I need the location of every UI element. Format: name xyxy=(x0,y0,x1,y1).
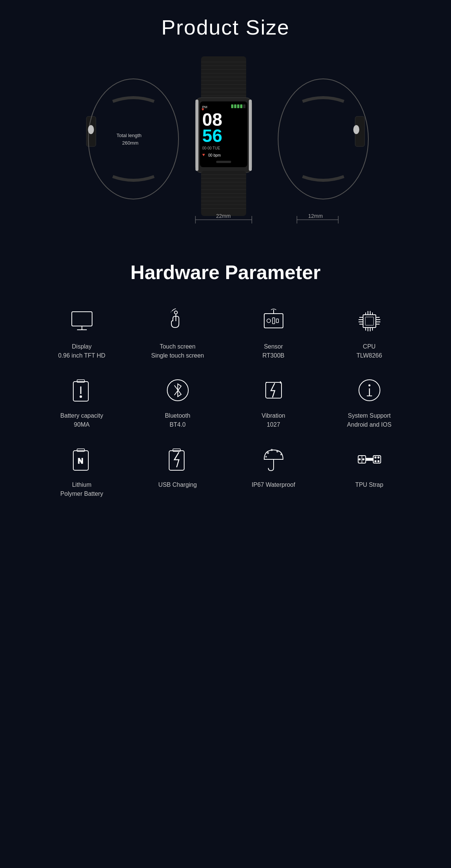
cpu-icon xyxy=(354,306,384,336)
touch-label: Touch screen Single touch screen xyxy=(151,342,204,360)
svg-text:00  bpm: 00 bpm xyxy=(208,153,221,157)
watch-illustration: Total length 260mm xyxy=(75,54,376,223)
svg-rect-21 xyxy=(231,104,233,108)
product-size-title: Product Size xyxy=(8,15,443,39)
hardware-item-touch: Touch screen Single touch screen xyxy=(133,306,222,360)
svg-point-113 xyxy=(378,457,379,458)
hardware-item-battery-capacity: Battery capacity 90MA xyxy=(38,375,126,429)
product-size-section: Product Size Total length 260mm xyxy=(0,0,451,246)
watch-svg: Total length 260mm xyxy=(75,54,376,223)
hardware-title: Hardware Parameter xyxy=(23,261,428,284)
svg-rect-18 xyxy=(249,100,252,171)
bluetooth-icon xyxy=(163,375,193,405)
display-label: Display 0.96 inch TFT HD xyxy=(58,342,106,360)
bluetooth-label: Bluetooth BT4.0 xyxy=(165,411,191,429)
hardware-item-display: Display 0.96 inch TFT HD xyxy=(38,306,126,360)
hardware-item-strap: TPU Strap xyxy=(325,444,413,498)
sensor-icon xyxy=(259,306,289,336)
svg-rect-99 xyxy=(169,451,184,470)
svg-point-62 xyxy=(267,319,271,323)
svg-rect-55 xyxy=(72,312,92,326)
vibration-label: Vibration 1027 xyxy=(262,411,285,429)
waterproof-label: IP67 Waterproof xyxy=(252,480,295,489)
svg-rect-110 xyxy=(366,458,373,460)
svg-rect-64 xyxy=(276,319,278,323)
svg-text:260mm: 260mm xyxy=(122,140,138,146)
svg-point-114 xyxy=(375,460,376,462)
usb-icon xyxy=(163,444,193,474)
svg-point-109 xyxy=(363,459,364,460)
svg-point-103 xyxy=(277,451,278,452)
hardware-section: Hardware Parameter Display 0.96 inch TFT… xyxy=(0,246,451,521)
svg-point-115 xyxy=(378,460,379,462)
strap-icon xyxy=(354,444,384,474)
svg-rect-17 xyxy=(195,100,198,171)
svg-point-50 xyxy=(353,125,359,134)
battery-capacity-label: Battery capacity 90MA xyxy=(61,411,103,429)
svg-rect-32 xyxy=(216,161,231,163)
svg-rect-25 xyxy=(243,104,245,108)
svg-point-101 xyxy=(267,452,269,454)
strap-label: TPU Strap xyxy=(355,480,383,489)
hardware-item-waterproof: IP67 Waterproof xyxy=(229,444,318,498)
lithium-icon: N xyxy=(67,444,97,474)
hardware-item-usb: USB Charging xyxy=(133,444,222,498)
system-icon xyxy=(354,375,384,405)
page-container: Product Size Total length 260mm xyxy=(0,0,451,521)
svg-point-102 xyxy=(271,449,272,451)
svg-text:00·00  TUE: 00·00 TUE xyxy=(202,146,220,150)
svg-rect-66 xyxy=(365,317,374,325)
svg-point-104 xyxy=(280,454,281,455)
svg-point-2 xyxy=(88,125,94,134)
svg-rect-24 xyxy=(240,104,242,108)
hardware-item-sensor: Sensor RT300B xyxy=(229,306,318,360)
svg-rect-5 xyxy=(201,56,246,101)
hardware-item-cpu: CPU TLW8266 xyxy=(325,306,413,360)
svg-text:♥: ♥ xyxy=(202,152,205,157)
hardware-item-bluetooth: Bluetooth BT4.0 xyxy=(133,375,222,429)
svg-point-105 xyxy=(265,456,266,457)
hardware-item-system: System Support Android and IOS xyxy=(325,375,413,429)
svg-point-112 xyxy=(375,457,376,458)
vibration-icon xyxy=(259,375,289,405)
system-label: System Support Android and IOS xyxy=(347,411,391,429)
waterproof-icon xyxy=(259,444,289,474)
hardware-item-lithium: N Lithium Polymer Battery xyxy=(38,444,126,498)
svg-point-108 xyxy=(359,459,360,460)
hardware-item-vibration: Vibration 1027 xyxy=(229,375,318,429)
svg-rect-23 xyxy=(237,104,239,108)
usb-label: USB Charging xyxy=(158,480,197,489)
lithium-label: Lithium Polymer Battery xyxy=(61,480,103,498)
svg-text:12mm: 12mm xyxy=(308,213,323,219)
svg-point-93 xyxy=(369,385,370,386)
svg-text:N: N xyxy=(78,457,83,465)
svg-rect-63 xyxy=(272,318,275,324)
svg-rect-111 xyxy=(373,456,381,463)
cpu-label: CPU TLW8266 xyxy=(356,342,382,360)
touch-icon xyxy=(163,306,193,336)
svg-text:56: 56 xyxy=(202,126,222,146)
svg-point-59 xyxy=(174,311,177,314)
sensor-label: Sensor RT300B xyxy=(262,342,284,360)
svg-rect-65 xyxy=(363,315,376,328)
svg-rect-22 xyxy=(234,104,236,108)
svg-text:22mm: 22mm xyxy=(216,213,231,219)
display-icon xyxy=(67,306,97,336)
svg-point-86 xyxy=(80,396,82,398)
battery-capacity-icon xyxy=(67,375,97,405)
hardware-grid: Display 0.96 inch TFT HD xyxy=(38,306,413,498)
svg-text:Total length: Total length xyxy=(117,133,142,138)
